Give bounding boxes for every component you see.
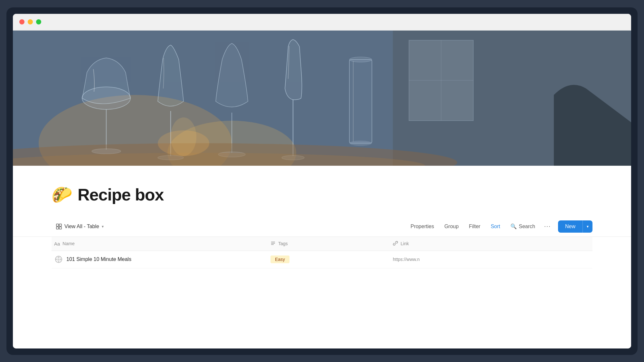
table-row[interactable]: 101 Simple 10 Minute Meals Easy https://… <box>52 251 592 268</box>
row-tags-cell: Easy <box>270 255 393 263</box>
search-icon: 🔍 <box>510 223 517 229</box>
row-name-text: 101 Simple 10 Minute Meals <box>66 256 131 262</box>
hero-image <box>13 31 631 166</box>
minimize-button[interactable] <box>28 19 33 24</box>
search-label: Search <box>519 224 535 229</box>
maximize-button[interactable] <box>36 19 41 24</box>
new-button-dropdown[interactable]: ▾ <box>582 220 592 233</box>
link-icon <box>393 241 398 247</box>
traffic-lights <box>19 19 41 24</box>
filter-button[interactable]: Filter <box>464 221 485 232</box>
page-title-area: 🌮 Recipe box <box>13 179 631 217</box>
table-header: Aa Name Tags <box>52 237 592 251</box>
page-body: 🌮 Recipe box <box>13 166 631 348</box>
column-header-tags: Tags <box>270 241 393 247</box>
row-link-text: https://www.n <box>393 257 420 262</box>
browser-window: 🌮 Recipe box <box>13 14 631 348</box>
column-name-label: Name <box>62 241 74 246</box>
chevron-down-icon: ▾ <box>102 224 104 229</box>
view-selector[interactable]: View All - Table ▾ <box>52 221 108 232</box>
svg-point-23 <box>171 117 196 156</box>
search-button[interactable]: 🔍 Search <box>506 221 540 232</box>
page-content: 🌮 Recipe box <box>13 31 631 348</box>
column-header-name: Aa Name <box>52 241 270 246</box>
svg-rect-24 <box>56 224 59 226</box>
svg-point-14 <box>349 141 372 146</box>
row-link-cell: https://www.n <box>393 257 592 262</box>
toolbar-right: Properties Group Filter Sort 🔍 Search ··… <box>406 220 592 233</box>
svg-point-13 <box>349 57 372 62</box>
svg-rect-26 <box>56 227 59 229</box>
group-button[interactable]: Group <box>440 221 463 232</box>
svg-rect-12 <box>349 60 372 143</box>
svg-rect-25 <box>59 224 62 226</box>
svg-rect-27 <box>59 227 62 229</box>
page-title: Recipe box <box>78 185 164 204</box>
row-name-cell: 101 Simple 10 Minute Meals <box>52 251 270 268</box>
column-header-link: Link <box>393 241 592 247</box>
table-grid-icon <box>56 224 62 229</box>
tags-icon <box>270 241 276 247</box>
new-button[interactable]: New <box>558 220 582 233</box>
table-area: Aa Name Tags <box>13 237 631 268</box>
page-title-container: 🌮 Recipe box <box>52 185 592 204</box>
column-link-label: Link <box>401 241 409 246</box>
browser-titlebar <box>13 14 631 31</box>
laptop-frame: 🌮 Recipe box <box>6 7 638 355</box>
text-type-icon: Aa <box>54 241 60 246</box>
sort-button[interactable]: Sort <box>486 221 505 232</box>
properties-button[interactable]: Properties <box>406 221 439 232</box>
hero-background <box>13 31 631 166</box>
close-button[interactable] <box>19 19 24 24</box>
page-emoji: 🌮 <box>52 186 72 203</box>
row-page-icon <box>54 255 63 264</box>
more-options-button[interactable]: ··· <box>541 220 554 232</box>
tag-easy: Easy <box>270 255 289 263</box>
hero-shapes <box>13 31 631 166</box>
chevron-down-icon: ▾ <box>587 224 589 229</box>
view-label: View All - Table <box>64 224 99 229</box>
toolbar: View All - Table ▾ Properties Group Filt… <box>13 217 631 237</box>
new-button-group: New ▾ <box>558 220 592 233</box>
column-tags-label: Tags <box>278 241 288 246</box>
